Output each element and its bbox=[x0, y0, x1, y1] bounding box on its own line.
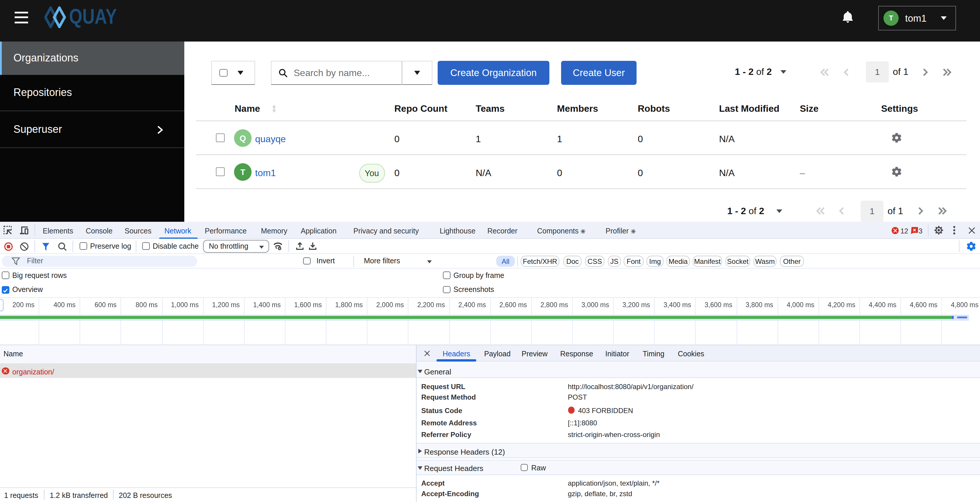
svg-text:QUAY: QUAY bbox=[69, 6, 117, 28]
